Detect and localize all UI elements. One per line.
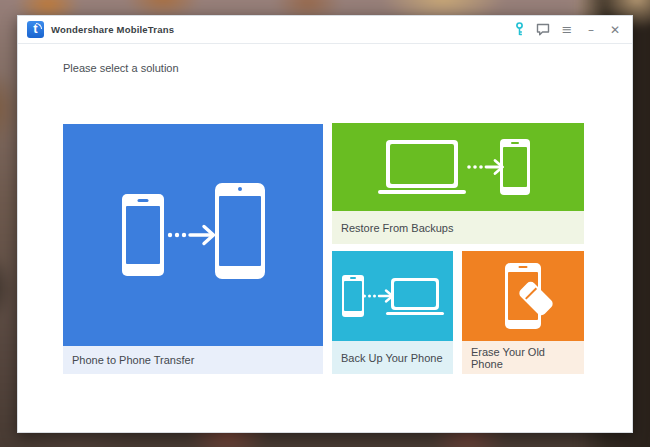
phone-speaker	[511, 142, 519, 144]
tile-label: Phone to Phone Transfer	[63, 346, 323, 374]
phone-icon	[342, 275, 364, 317]
titlebar: t Wondershare MobileTrans ≡ –	[18, 16, 632, 44]
minimize-icon[interactable]: –	[584, 23, 598, 37]
phone-to-phone-illustration	[63, 124, 323, 346]
tile-label: Restore From Backups	[332, 211, 584, 244]
backup-arrow-icon	[362, 288, 398, 304]
restore-illustration	[332, 123, 584, 211]
close-icon[interactable]: ✕	[608, 23, 622, 37]
laptop-screen	[386, 140, 458, 188]
menu-icon-glyph: ≡	[562, 23, 573, 37]
tile-restore-from-backups[interactable]: Restore From Backups	[332, 123, 584, 244]
menu-icon[interactable]: ≡	[560, 23, 574, 37]
page-title: Please select a solution	[63, 62, 179, 74]
restore-arrow-icon	[466, 158, 510, 176]
tile-label: Erase Your Old Phone	[462, 341, 584, 374]
key-icon[interactable]	[512, 23, 526, 37]
chat-icon[interactable]	[536, 23, 550, 37]
app-window: t Wondershare MobileTrans ≡ –	[17, 15, 633, 433]
tile-back-up-your-phone[interactable]: Back Up Your Phone	[332, 251, 453, 374]
phone-speaker	[137, 199, 148, 202]
phone-camera	[238, 187, 242, 191]
tile-erase-your-old-phone[interactable]: Erase Your Old Phone	[462, 251, 584, 374]
tile-phone-to-phone-transfer[interactable]: Phone to Phone Transfer	[63, 124, 323, 374]
laptop-icon	[391, 278, 444, 315]
titlebar-icons: ≡ – ✕	[512, 23, 622, 37]
close-icon-glyph: ✕	[610, 23, 620, 37]
app-logo-icon: t	[27, 21, 44, 38]
phone-screen	[219, 196, 261, 266]
laptop-screen	[391, 278, 439, 310]
phone-screen	[126, 206, 160, 264]
tile-label: Back Up Your Phone	[332, 341, 453, 374]
phone-icon	[505, 263, 541, 329]
app-title: Wondershare MobileTrans	[51, 24, 174, 35]
phone-speaker	[350, 277, 356, 279]
backup-illustration	[332, 251, 453, 341]
phone-screen	[344, 281, 362, 311]
laptop-base	[378, 190, 466, 194]
minimize-icon-glyph: –	[588, 23, 594, 37]
laptop-icon	[386, 140, 466, 194]
laptop-display	[394, 281, 436, 307]
transfer-arrow-icon	[166, 223, 224, 247]
erase-illustration	[462, 251, 584, 341]
laptop-base	[386, 312, 444, 315]
phone-speaker	[519, 266, 528, 268]
laptop-display	[390, 144, 454, 184]
small-phone-icon	[122, 194, 164, 276]
